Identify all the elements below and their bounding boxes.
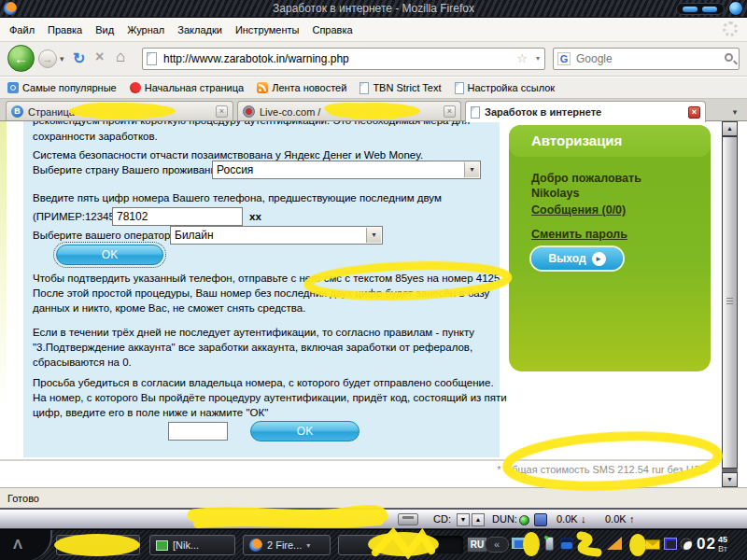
home-button[interactable]: ⌂ [116, 48, 125, 66]
dun-status-led [519, 515, 529, 525]
close-button[interactable] [728, 1, 743, 16]
document-icon [359, 82, 369, 94]
task-button-firefox[interactable]: 2 Fire... ▾ [243, 535, 331, 555]
tray-phone-icon[interactable] [545, 537, 554, 551]
nik-app-icon [156, 540, 168, 551]
taskbar-clock: 02 45 Вт [697, 535, 727, 553]
start-button[interactable]: Λ [0, 530, 52, 560]
tab3-close-icon[interactable]: × [688, 106, 700, 119]
change-password-link[interactable]: Сменить пароль [531, 228, 627, 241]
operator-select[interactable]: Билайн ▾ [170, 226, 383, 245]
popular-icon [7, 82, 19, 93]
star-dropdown-icon[interactable]: ▾ [536, 54, 540, 63]
taskbar: Λ [Nik... 2 Fire... ▾ RU « 02 45 Вт [0, 529, 747, 560]
tab2-close-icon[interactable]: × [444, 105, 456, 118]
utility-toolbar: CD: ▼ ▲ DUN: 0.0K ↓ 0.0K ↑ [0, 508, 747, 529]
scroll-up-icon[interactable]: ▲ [722, 121, 738, 136]
scroll-down-icon[interactable]: ▼ [722, 472, 738, 487]
upload-arrow-icon: ↑ [629, 513, 635, 525]
page-scrollbar[interactable]: ▲ ▼ [722, 121, 738, 487]
bookmark-news-feed[interactable]: Лента новостей [257, 82, 346, 93]
google-icon[interactable]: G [557, 52, 571, 65]
tray-antivirus-icon[interactable] [680, 538, 693, 551]
task-button-nik[interactable]: [Nik... [149, 535, 235, 555]
network-icon[interactable] [534, 513, 547, 526]
menu-help[interactable]: Справка [312, 24, 352, 35]
tray-webmoney-icon[interactable] [560, 538, 573, 550]
stop-button[interactable]: × [95, 49, 104, 65]
search-input[interactable] [576, 50, 707, 67]
tray-signal-icon[interactable] [607, 537, 622, 550]
bookmark-star-icon[interactable]: ☆ [516, 51, 528, 65]
navigation-toolbar: ← → ▾ ↻ × ⌂ ☆ ▾ G [0, 42, 747, 77]
status-bar: Готово [0, 487, 747, 508]
code-input[interactable] [168, 422, 228, 441]
cd-load-icon[interactable]: ▲ [472, 513, 485, 526]
tab-list-dropdown-icon[interactable]: ▾ [726, 105, 743, 119]
menu-bookmarks[interactable]: Закладки [177, 24, 222, 35]
bookmark-tbn-strict[interactable]: TBN Strict Text [359, 82, 441, 94]
url-input[interactable] [163, 50, 500, 67]
operator-dropdown-icon[interactable]: ▾ [366, 228, 381, 243]
dun-label: DUN: [492, 513, 517, 525]
address-bar: ☆ ▾ [142, 48, 545, 70]
printer-icon[interactable] [398, 513, 418, 525]
intro-text: рекомендуем пройти короткую процедуру ау… [33, 121, 470, 130]
username: Nikolays [531, 187, 579, 200]
tray-collapse-icon[interactable]: « [485, 537, 509, 553]
back-button[interactable]: ← [7, 45, 35, 72]
desktop: Заработок в интернете - Mozilla Firefox … [0, 0, 747, 560]
tab-zarabotok-active[interactable]: Заработок в интернете × [465, 101, 706, 122]
menu-tools[interactable]: Инструменты [235, 24, 300, 35]
tab1-site-icon: В [11, 105, 23, 118]
consent-line: Просьба убедиться в согласии владельца н… [33, 377, 494, 388]
tab-stranitsa[interactable]: В Страница × [6, 101, 233, 121]
bookmark-start-page[interactable]: Начальная страница [130, 82, 244, 93]
taskbar-recessed-slot [420, 536, 463, 553]
ok-button-top[interactable]: OK [56, 245, 163, 265]
tray-mail-icon[interactable] [645, 539, 660, 550]
phone-input[interactable] [112, 207, 243, 226]
country-dropdown-icon[interactable]: ▾ [464, 162, 479, 177]
menu-bar: Файл Правка Вид Журнал Закладки Инструме… [0, 19, 747, 42]
history-dropdown-icon[interactable]: ▾ [60, 54, 64, 63]
task-button-4[interactable] [338, 535, 420, 555]
tray-display-icon[interactable] [664, 538, 677, 550]
footer-divider [0, 459, 719, 461]
menu-view[interactable]: Вид [95, 24, 114, 35]
logout-button[interactable]: Выход ► [531, 247, 623, 270]
minimize-button[interactable] [683, 7, 698, 12]
window-controls [676, 3, 725, 15]
ok-button-bottom[interactable]: OK [250, 421, 359, 441]
bookmark-link-settings[interactable]: Настройка ссылок [455, 82, 556, 94]
scrollbar-thumb[interactable] [722, 136, 738, 469]
task-button-1[interactable] [56, 535, 140, 555]
maximize-button[interactable] [702, 7, 717, 12]
forward-button[interactable]: → [38, 49, 57, 68]
tab-live-co[interactable]: Live-co.com / × [237, 101, 461, 121]
authorization-title: Авторизация [509, 125, 711, 157]
tray-computer-icon[interactable] [512, 538, 525, 549]
messages-link[interactable]: Сообщения (0/0) [531, 203, 626, 217]
throbber-icon [723, 21, 738, 36]
menu-edit[interactable]: Правка [48, 24, 82, 35]
tab2-site-icon [243, 105, 255, 118]
menu-file[interactable]: Файл [9, 24, 35, 35]
reload-button[interactable]: ↻ [73, 49, 85, 67]
upload-speed: 0.0K [605, 513, 627, 525]
rules-line: Если в течении трёх дней не последует ау… [33, 327, 474, 338]
tab-strip: В Страница × Live-co.com / × Заработок в… [0, 99, 747, 121]
task-group-caret-icon: ▾ [306, 541, 310, 550]
window-titlebar: Заработок в интернете - Mozilla Firefox [0, 0, 747, 18]
authorization-panel: Авторизация Добро пожаловать Nikolays Со… [509, 125, 711, 371]
bookmark-most-popular[interactable]: Самые популярные [7, 82, 117, 93]
menu-history[interactable]: Журнал [127, 24, 164, 35]
cd-eject-icon[interactable]: ▼ [457, 513, 470, 526]
logout-arrow-icon: ► [592, 252, 606, 266]
search-magnifier-icon[interactable] [725, 53, 733, 62]
country-select[interactable]: Россия ▾ [212, 161, 481, 179]
country-label: Выберите страну Вашего проживания: [33, 164, 225, 175]
tab1-close-icon[interactable]: × [216, 105, 228, 118]
firefox-home-icon [130, 82, 141, 93]
page-favicon [147, 52, 157, 65]
